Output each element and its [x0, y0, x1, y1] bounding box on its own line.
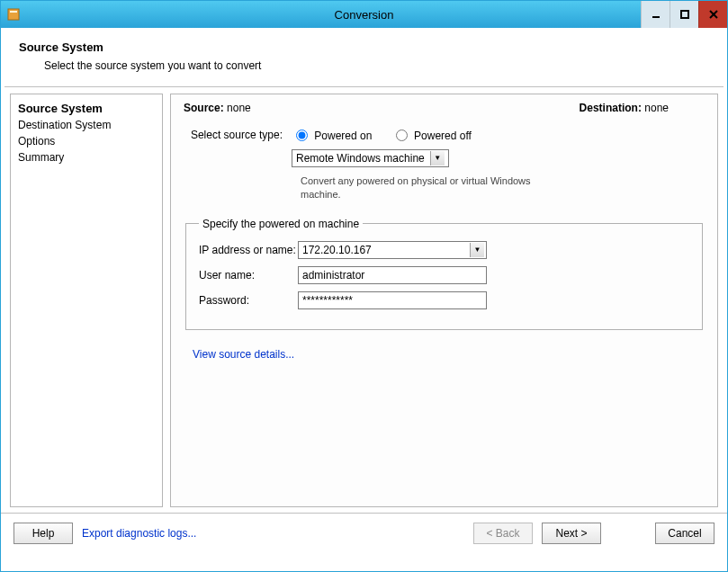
source-label: Source: [184, 102, 224, 114]
ip-address-value: 172.20.10.167 [302, 244, 464, 256]
svg-rect-1 [10, 11, 17, 13]
step-destination-system[interactable]: Destination System [18, 117, 155, 133]
app-icon [6, 7, 21, 22]
chevron-down-icon: ▼ [470, 243, 484, 257]
radio-powered-on-label[interactable]: Powered on [292, 130, 375, 142]
destination-summary: Destination: none [580, 102, 669, 114]
group-legend: Specify the powered on machine [199, 218, 363, 230]
svg-rect-3 [681, 11, 688, 18]
machine-type-value: Remote Windows machine [296, 152, 425, 165]
ip-address-combo[interactable]: 172.20.10.167 ▼ [298, 241, 487, 259]
page-subheading: Select the source system you want to con… [44, 59, 709, 72]
source-value: none [227, 102, 251, 114]
page-heading: Source System [19, 40, 709, 54]
maximize-button[interactable] [670, 1, 698, 28]
cancel-button[interactable]: Cancel [655, 523, 715, 544]
minimize-button[interactable] [641, 1, 670, 28]
password-label: Password: [199, 294, 298, 307]
wizard-main-panel: Source: none Destination: none Select so… [170, 94, 718, 507]
destination-value: none [644, 102, 669, 114]
close-button[interactable] [698, 1, 727, 28]
source-summary: Source: none [184, 102, 251, 114]
step-source-system[interactable]: Source System [18, 100, 155, 117]
username-label: User name: [199, 269, 298, 282]
window-titlebar: Conversion [1, 1, 727, 28]
ip-label: IP address or name: [199, 244, 298, 256]
wizard-footer: Help Export diagnostic logs... < Back Ne… [1, 513, 727, 553]
next-button[interactable]: Next > [542, 523, 601, 544]
powered-on-machine-group: Specify the powered on machine IP addres… [185, 218, 703, 330]
svg-rect-0 [8, 9, 19, 20]
wizard-steps-sidebar: Source System Destination System Options… [10, 94, 163, 507]
back-button[interactable]: < Back [473, 523, 533, 544]
destination-label: Destination: [580, 102, 642, 114]
username-input[interactable] [298, 266, 487, 284]
radio-powered-off-label[interactable]: Powered off [391, 130, 472, 142]
radio-powered-off[interactable] [396, 130, 408, 141]
view-source-details-link[interactable]: View source details... [193, 348, 294, 361]
machine-type-dropdown[interactable]: Remote Windows machine ▼ [292, 149, 449, 167]
machine-type-hint: Convert any powered on physical or virtu… [301, 174, 535, 201]
wizard-header: Source System Select the source system y… [1, 28, 727, 81]
export-diagnostic-logs-link[interactable]: Export diagnostic logs... [82, 527, 196, 540]
select-source-type-label: Select source type: [184, 129, 292, 141]
chevron-down-icon: ▼ [430, 151, 445, 165]
window-title: Conversion [1, 8, 727, 22]
radio-powered-on[interactable] [296, 130, 308, 141]
help-button[interactable]: Help [13, 523, 73, 544]
password-input[interactable] [298, 291, 487, 309]
step-options[interactable]: Options [18, 133, 155, 149]
step-summary[interactable]: Summary [18, 149, 155, 165]
